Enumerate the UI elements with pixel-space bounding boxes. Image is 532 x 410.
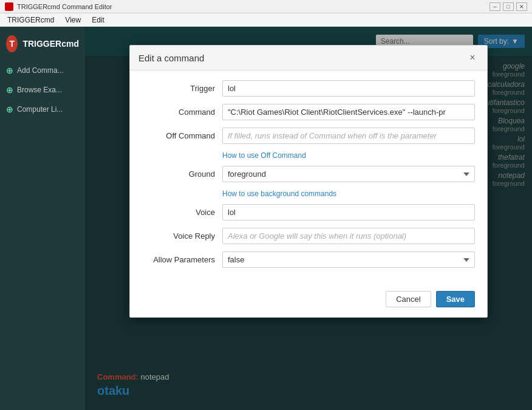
sidebar: T TRIGGERcmd ⊕ Add Comma... ⊕ Browse Exa…	[0, 27, 85, 410]
modal-body: Trigger Command Off Command How to u	[130, 70, 487, 285]
command-label: Command	[142, 108, 215, 117]
trigger-row: Trigger	[142, 80, 475, 97]
modal-header: Edit a command ×	[130, 46, 487, 70]
title-bar-text: TRIGGERcmd Command Editor	[17, 3, 486, 10]
sidebar-header: T TRIGGERcmd	[0, 32, 85, 61]
ground-help-link[interactable]: How to use background commands	[222, 190, 475, 198]
maximize-button[interactable]: □	[503, 2, 514, 11]
allow-parameters-row: Allow Parameters false true	[142, 251, 475, 268]
modal-close-button[interactable]: ×	[466, 52, 479, 64]
off-command-row: Off Command	[142, 128, 475, 144]
voice-reply-label: Voice Reply	[142, 231, 215, 241]
close-button[interactable]: ✕	[516, 2, 527, 11]
voice-reply-input[interactable]	[222, 228, 475, 244]
ground-row: Ground foreground background	[142, 166, 475, 182]
menu-edit[interactable]: Edit	[87, 15, 109, 26]
menu-view[interactable]: View	[60, 15, 86, 26]
off-command-label: Off Command	[142, 131, 215, 140]
sidebar-item-browse-examples[interactable]: ⊕ Browse Exa...	[0, 80, 85, 100]
minimize-button[interactable]: ─	[489, 2, 500, 11]
save-button[interactable]: Save	[436, 291, 475, 307]
computer-icon: ⊕	[6, 104, 13, 114]
sidebar-item-computer-list[interactable]: ⊕ Computer Li...	[0, 100, 85, 119]
app-area: T TRIGGERcmd ⊕ Add Comma... ⊕ Browse Exa…	[0, 27, 532, 410]
sidebar-item-browse-label: Browse Exa...	[17, 86, 62, 94]
voice-row: Voice	[142, 204, 475, 220]
sidebar-item-computer-label: Computer Li...	[17, 105, 63, 114]
browse-icon: ⊕	[6, 85, 13, 95]
off-command-input[interactable]	[222, 128, 475, 144]
modal-title: Edit a command	[138, 53, 204, 63]
modal-overlay: Edit a command × Trigger Command	[85, 27, 532, 410]
off-command-help-link[interactable]: How to use Off Command	[222, 151, 475, 160]
ground-label: Ground	[142, 169, 215, 179]
command-row: Command	[142, 104, 475, 120]
plus-icon: ⊕	[6, 66, 13, 75]
ground-select[interactable]: foreground background	[222, 166, 475, 182]
cancel-button[interactable]: Cancel	[386, 291, 431, 307]
logo-text: TRIGGERcmd	[22, 39, 79, 49]
allow-parameters-select[interactable]: false true	[222, 251, 475, 268]
content-area: Sort by: ▼ google foreground calculadora…	[85, 27, 532, 410]
voice-reply-row: Voice Reply	[142, 228, 475, 244]
allow-parameters-label: Allow Parameters	[142, 255, 215, 264]
trigger-input[interactable]	[222, 80, 475, 97]
voice-label: Voice	[142, 208, 215, 217]
app-icon	[5, 2, 13, 11]
voice-input[interactable]	[222, 204, 475, 220]
title-bar: TRIGGERcmd Command Editor ─ □ ✕	[0, 0, 532, 13]
trigger-label: Trigger	[142, 84, 215, 93]
command-input[interactable]	[222, 104, 475, 120]
modal-footer: Cancel Save	[130, 285, 487, 317]
sidebar-item-add-command-label: Add Comma...	[17, 66, 64, 75]
edit-command-modal: Edit a command × Trigger Command	[129, 45, 488, 318]
sidebar-item-add-command[interactable]: ⊕ Add Comma...	[0, 61, 85, 80]
menu-bar: TRIGGERcmd View Edit	[0, 13, 532, 27]
title-bar-controls: ─ □ ✕	[489, 2, 527, 11]
menu-triggercmd[interactable]: TRIGGERcmd	[2, 15, 59, 26]
logo-icon: T	[6, 35, 18, 52]
